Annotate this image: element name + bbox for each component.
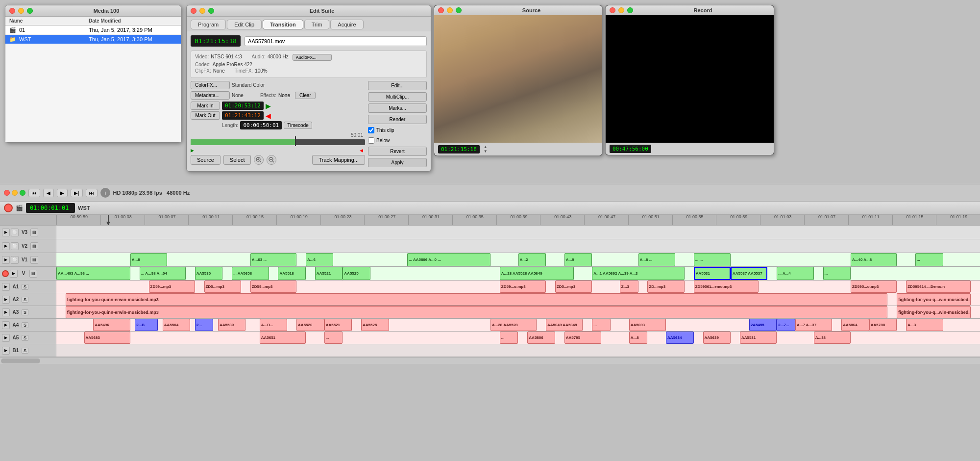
track-clip[interactable]: A...28 AA5528 AA5649 [500, 267, 574, 280]
track-clip[interactable]: A...3 [906, 319, 943, 331]
track-clip[interactable]: AA5496 [93, 319, 130, 331]
track-clip[interactable]: AA5651 [260, 332, 306, 344]
track-a1-toggle[interactable]: ▶ [2, 283, 10, 291]
track-clip[interactable]: ... ... [694, 253, 731, 266]
color-fx-button[interactable]: ColorFX... [191, 81, 230, 89]
track-clip[interactable]: ... AA5658 [232, 267, 269, 280]
source-tc-stepper[interactable]: ▲ ▼ [484, 145, 488, 154]
zoom-button[interactable] [456, 7, 462, 13]
track-v1-lock[interactable]: ⚪ [11, 256, 19, 264]
tab-program[interactable]: Program [191, 20, 226, 29]
track-clip[interactable]: 2...7... [777, 319, 795, 331]
track-clip[interactable]: AA5788 [869, 319, 897, 331]
track-clip[interactable]: A...28 AA5528 [490, 319, 537, 331]
track-clip[interactable]: 2... [195, 319, 214, 331]
track-clip[interactable]: A...6 [306, 253, 334, 266]
track-clip[interactable]: 2...B [135, 319, 158, 331]
minimize-button[interactable] [18, 8, 24, 14]
track-a2-toggle[interactable]: ▶ [2, 296, 10, 304]
tc-down[interactable]: ▼ [484, 149, 488, 154]
minimize-button[interactable] [447, 7, 453, 13]
track-clip[interactable]: ... [500, 332, 518, 344]
tl-minimize[interactable] [12, 190, 18, 196]
track-clip[interactable]: ... [592, 319, 611, 331]
apply-button[interactable]: Apply [368, 158, 427, 167]
track-clip[interactable]: A...8 ... [638, 253, 675, 266]
track-clip[interactable]: ZD5...mp3 [204, 281, 241, 293]
track-a2-s[interactable]: S [22, 297, 28, 303]
track-clip[interactable]: ZD595614-...Demo.n [906, 281, 971, 293]
track-clip[interactable]: A...2 [518, 253, 546, 266]
tl-close[interactable] [4, 190, 10, 196]
source-button[interactable]: Source [191, 155, 220, 165]
track-clip[interactable]: ZD59561...emo.mp3 [694, 281, 759, 293]
track-clip[interactable]: AA5530 [218, 319, 246, 331]
track-b1-toggle[interactable]: ▶ [2, 347, 10, 355]
track-clip[interactable]: 2A5455 [749, 319, 777, 331]
tab-transition[interactable]: Transition [263, 20, 303, 29]
track-clip[interactable]: A...40 A...8 [851, 253, 897, 266]
clip-name-input[interactable] [245, 36, 427, 46]
scrubber-bar[interactable] [191, 139, 365, 145]
edit-button[interactable]: Edit... [368, 81, 427, 90]
track-clip[interactable]: AA5521 [315, 267, 343, 280]
track-clip[interactable]: AA5639 [703, 332, 731, 344]
step-back-button[interactable]: ◀ [43, 189, 54, 197]
scrollbar-thumb[interactable] [1, 359, 40, 363]
minimize-button[interactable] [199, 8, 205, 14]
track-clip[interactable]: A...63 ... [250, 253, 296, 266]
track-b1-s[interactable]: S [22, 348, 28, 354]
mark-out-button[interactable]: Mark Out [191, 111, 220, 120]
multiclip-button[interactable]: MultiClip... [368, 92, 427, 102]
close-button[interactable] [610, 7, 615, 13]
track-clip[interactable]: ... A...4 [777, 267, 813, 280]
track-clip[interactable]: ... [915, 253, 943, 266]
track-v2-toggle[interactable]: ▶ [2, 242, 10, 250]
record-indicator[interactable] [4, 204, 13, 212]
revert-button[interactable]: Revert [368, 147, 427, 156]
track-clip[interactable]: ZD59...mp3 [250, 281, 296, 293]
track-mapping-button[interactable]: Track Mapping... [312, 155, 365, 165]
timecode-type-selector[interactable]: Timecode [284, 122, 312, 129]
close-button[interactable] [191, 8, 196, 14]
track-clip[interactable]: ... [324, 332, 343, 344]
marks-button[interactable]: Marks... [368, 103, 427, 113]
rewind-button[interactable]: ⏮ [28, 189, 40, 197]
track-a5-toggle[interactable]: ▶ [2, 334, 10, 342]
track-clip[interactable]: AA...493 A...96 ... [56, 267, 130, 280]
track-clip[interactable]: AA5649 AA5649 [546, 319, 583, 331]
tl-zoom[interactable] [20, 190, 25, 196]
zoom-button[interactable] [208, 8, 214, 14]
track-a4-toggle[interactable]: ▶ [2, 321, 10, 329]
track-clip[interactable]: ... [823, 267, 851, 280]
track-clip[interactable]: A...8 [629, 332, 648, 344]
track-v2-lock[interactable]: ⚪ [11, 242, 19, 250]
track-clip-a3-main[interactable]: fighting-for-you-quinn-erwin-musicbed.mp… [66, 306, 888, 318]
track-clip[interactable]: AA5806 [527, 332, 555, 344]
tc-up[interactable]: ▲ [484, 145, 488, 149]
render-button[interactable]: Render [368, 115, 427, 124]
track-clip[interactable]: A...8 [130, 253, 167, 266]
track-record-dot[interactable] [2, 270, 9, 277]
audio-fx-button[interactable]: AudioFX... [293, 54, 332, 61]
track-clip[interactable]: ZD...mp3 [647, 281, 684, 293]
tab-acquire[interactable]: Acquire [330, 20, 363, 29]
track-clip[interactable]: AA5525 [343, 267, 370, 280]
track-clip[interactable]: ZD595...o.mp3 [851, 281, 897, 293]
step-forward-button[interactable]: ▶| [71, 189, 83, 197]
track-clip[interactable]: A...B... [260, 319, 288, 331]
tab-trim[interactable]: Trim [304, 20, 330, 29]
track-clip[interactable]: A...38 [814, 332, 851, 344]
track-v3-toggle[interactable]: ▶ [2, 229, 10, 236]
track-clip[interactable]: AA5795 [564, 332, 601, 344]
track-clip-selected[interactable]: AA5531 [694, 267, 731, 280]
below-checkbox[interactable] [368, 137, 374, 144]
tab-edit-clip[interactable]: Edit Clip [227, 20, 262, 29]
track-clip[interactable]: AA5864 [841, 319, 869, 331]
track-v1-toggle[interactable]: ▶ [2, 256, 10, 264]
clear-button[interactable]: Clear [295, 92, 316, 99]
track-a1-s[interactable]: S [22, 284, 28, 290]
media-item-wst[interactable]: 📁 WST Thu, Jan 5, 2017, 3:30 PM [5, 35, 181, 44]
track-clip[interactable]: AA5531 [740, 332, 777, 344]
track-v2-extra[interactable]: ▤ [30, 242, 38, 250]
